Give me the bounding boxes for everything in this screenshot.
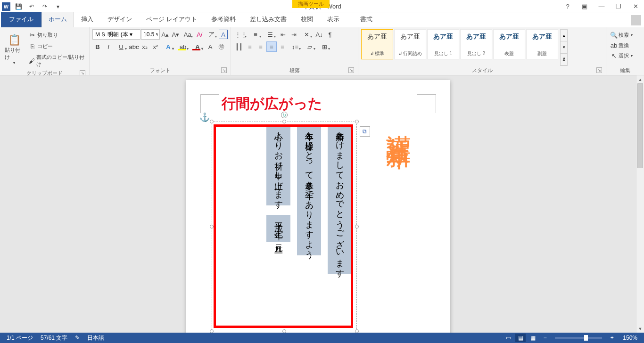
find-button[interactable]: 🔍検索▾ <box>609 30 641 40</box>
scroll-thumb[interactable] <box>637 83 643 168</box>
clear-formatting-button[interactable]: A/ <box>195 29 205 40</box>
word-count-status[interactable]: 57/61 文字 <box>37 334 71 342</box>
restore-button[interactable]: ❐ <box>613 1 624 12</box>
tab-insert[interactable]: 挿入 <box>74 12 100 27</box>
borders-button[interactable]: ⊞ <box>317 41 331 52</box>
tab-page-layout[interactable]: ページ レイアウト <box>139 12 204 27</box>
read-mode-view[interactable]: ▭ <box>503 334 513 342</box>
bullets-button[interactable]: ⋮⋮ <box>234 29 248 40</box>
style-item-1[interactable]: あア亜↲ 行間詰め <box>394 29 426 59</box>
style-gallery-more[interactable]: ▴ ▾ ⊻ <box>560 29 568 66</box>
tab-design[interactable]: デザイン <box>100 12 139 27</box>
resize-handle-tr[interactable] <box>355 120 359 123</box>
scroll-up-arrow[interactable]: ▲ <box>636 75 644 83</box>
asian-layout-button[interactable]: ✕ <box>299 29 314 40</box>
line-spacing-button[interactable]: ↕≡ <box>288 41 302 52</box>
shading-button[interactable]: ▱ <box>303 41 317 52</box>
scroll-down-arrow[interactable]: ▼ <box>636 325 644 333</box>
anchor-icon[interactable]: ⚓ <box>199 112 210 122</box>
underline-button[interactable]: U <box>114 41 128 52</box>
italic-button[interactable]: I <box>103 41 114 52</box>
qat-save[interactable]: 💾 <box>13 1 24 12</box>
increase-indent-button[interactable]: ⇥ <box>289 29 299 40</box>
ribbon-display-options[interactable]: ▣ <box>579 1 590 12</box>
vertical-scrollbar[interactable]: ▲ ▼ <box>636 75 644 333</box>
strikethrough-button[interactable]: abc <box>129 41 139 52</box>
sort-button[interactable]: A↓ <box>314 29 324 40</box>
enclose-characters-button[interactable]: ㊞ <box>216 41 226 52</box>
style-item-5[interactable]: あア亜副題 <box>526 29 558 59</box>
align-right-button[interactable]: ≡ <box>266 41 277 52</box>
change-case-button[interactable]: Aa <box>181 29 194 40</box>
zoom-slider[interactable] <box>555 337 602 339</box>
minimize-button[interactable]: — <box>596 1 607 12</box>
font-size-selector[interactable] <box>141 29 160 40</box>
multilevel-list-button[interactable]: ☰ <box>263 29 277 40</box>
user-account-icon[interactable] <box>631 15 641 25</box>
tab-view[interactable]: 表示 <box>320 12 347 27</box>
layout-options-button[interactable]: ⧉ <box>360 126 370 137</box>
text-effects-button[interactable]: A <box>161 41 175 52</box>
tab-format[interactable]: 書式 <box>353 12 380 27</box>
rotate-handle[interactable]: ↻ <box>281 112 288 118</box>
style-item-3[interactable]: あア亜見出し 2 <box>460 29 492 59</box>
grow-font-button[interactable]: A▴ <box>160 29 170 40</box>
qat-redo[interactable]: ↷ <box>40 1 50 12</box>
style-item-2[interactable]: あア亜見出し 1 <box>427 29 459 59</box>
zoom-level[interactable]: 150% <box>619 335 641 341</box>
character-shading-button[interactable]: A <box>205 41 215 52</box>
vertical-title-text[interactable]: 謹賀新年 <box>382 115 415 131</box>
shrink-font-button[interactable]: A▾ <box>171 29 181 40</box>
resize-handle-mr[interactable] <box>355 225 359 229</box>
font-name-selector[interactable] <box>92 29 140 40</box>
copy-button[interactable]: ⎘コピー <box>28 41 86 51</box>
decrease-indent-button[interactable]: ⇤ <box>278 29 288 40</box>
align-left-button[interactable]: ≡ <box>245 41 255 52</box>
textbox-content[interactable]: 新年あけましておめでとうございます 本年も皆様にとって幸多き年でありますよう 心… <box>217 125 352 328</box>
paragraph-dialog-launcher[interactable]: ↘ <box>348 67 354 73</box>
styles-dialog-launcher[interactable]: ↘ <box>596 67 602 73</box>
proofing-icon[interactable]: ✎ <box>71 335 83 341</box>
resize-handle-tm[interactable] <box>282 120 286 123</box>
format-painter-button[interactable]: 🖌書式のコピー/貼り付け <box>28 53 86 69</box>
body-line-3[interactable]: 心よりお祈り申し上げます <box>266 125 290 205</box>
document-area[interactable]: 行間が広がった 謹賀新年 ⚓ ⧉ ↻ 新年あけましておめでとうございます 本年も… <box>0 75 636 333</box>
cut-button[interactable]: ✂切り取り <box>28 30 86 40</box>
style-item-4[interactable]: あア亜表題 <box>493 29 525 59</box>
font-dialog-launcher[interactable]: ↘ <box>221 67 227 73</box>
select-button[interactable]: ↖選択▾ <box>609 51 641 60</box>
zoom-out-button[interactable]: − <box>540 334 550 342</box>
style-item-0[interactable]: あア亜↲ 標準 <box>361 29 393 59</box>
tab-home[interactable]: ホーム <box>41 12 74 27</box>
qat-customize[interactable]: ▾ <box>53 1 63 12</box>
font-color-button[interactable]: A <box>190 41 205 52</box>
language-status[interactable]: 日本語 <box>83 334 108 342</box>
gallery-row-up[interactable]: ▴ <box>561 30 567 41</box>
align-center-button[interactable]: ≡ <box>256 41 266 52</box>
character-border-button[interactable]: A <box>219 30 228 39</box>
highlight-color-button[interactable]: ab <box>176 41 190 52</box>
resize-handle-bm[interactable] <box>282 329 286 333</box>
tab-file[interactable]: ファイル <box>1 12 41 27</box>
replace-button[interactable]: ab置換 <box>609 41 641 50</box>
tab-references[interactable]: 参考資料 <box>204 12 243 27</box>
numbering-button[interactable]: ≡ <box>248 29 263 40</box>
paste-button[interactable]: 📋 貼り付け ▾ <box>3 29 26 69</box>
gallery-row-down[interactable]: ▾ <box>561 41 567 53</box>
zoom-slider-thumb[interactable] <box>584 335 588 341</box>
qat-undo[interactable]: ↶ <box>26 1 37 12</box>
help-button[interactable]: ? <box>562 1 573 12</box>
zoom-in-button[interactable]: + <box>607 334 617 342</box>
text-direction-ttb[interactable]: ┃┃ <box>234 41 244 52</box>
body-line-2[interactable]: 本年も皆様にとって幸多き年でありますよう <box>297 125 321 255</box>
show-marks-button[interactable]: ¶ <box>325 29 335 40</box>
page-number-status[interactable]: 1/1 ページ <box>3 334 37 342</box>
superscript-button[interactable]: x² <box>150 41 161 52</box>
tab-mailings[interactable]: 差し込み文書 <box>243 12 294 27</box>
subscript-button[interactable]: x₂ <box>140 41 150 52</box>
phonetic-guide-button[interactable]: ア <box>205 29 218 40</box>
resize-handle-bl[interactable] <box>210 329 214 333</box>
resize-handle-tl[interactable] <box>210 120 214 123</box>
body-line-4[interactable]: 平成二十七年 元旦 <box>266 215 290 242</box>
resize-handle-br[interactable] <box>355 329 359 333</box>
